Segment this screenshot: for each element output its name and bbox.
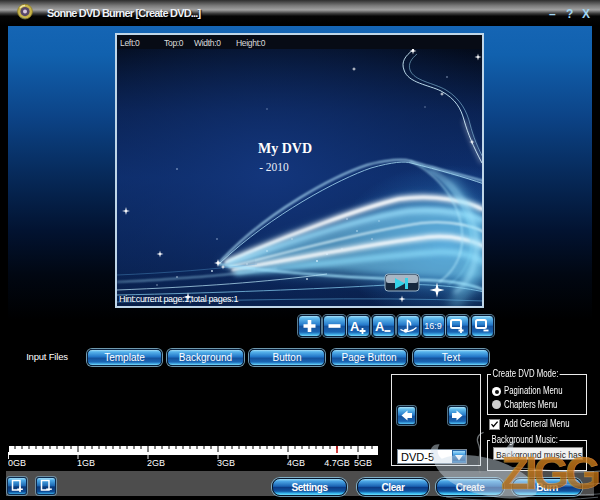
svg-text:- 2010: - 2010	[259, 161, 289, 173]
svg-text:2GB: 2GB	[147, 458, 165, 468]
svg-text:4GB: 4GB	[287, 458, 305, 468]
svg-text:Hint:current page:1,total page: Hint:current page:1,total pages:1	[119, 294, 238, 304]
svg-text:A: A	[375, 319, 385, 334]
svg-text:4.7GB: 4.7GB	[324, 458, 350, 468]
svg-text:1GB: 1GB	[77, 458, 95, 468]
svg-text:5GB: 5GB	[354, 458, 372, 468]
svg-text:My DVD: My DVD	[258, 141, 312, 156]
svg-text:3GB: 3GB	[217, 458, 235, 468]
svg-text:A: A	[350, 319, 360, 334]
svg-text:0GB: 0GB	[8, 458, 26, 468]
